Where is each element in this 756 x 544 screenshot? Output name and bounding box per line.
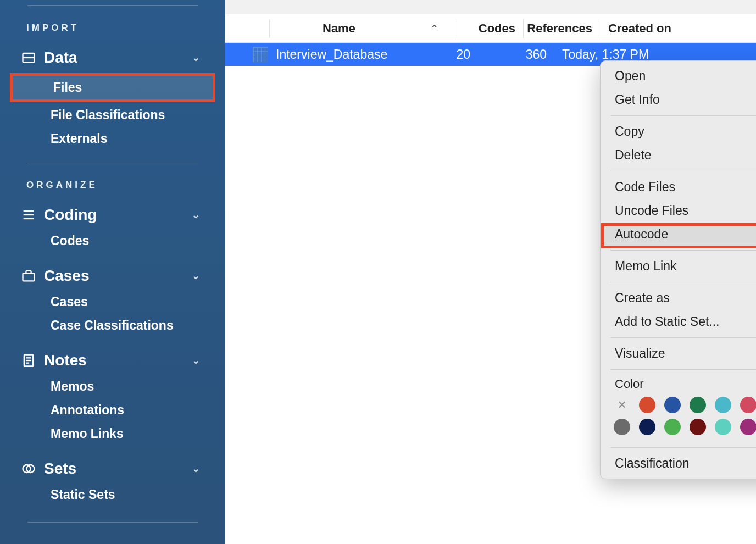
section-label-import: IMPORT [0,6,225,43]
color-swatch[interactable] [664,397,681,413]
cases-icon [21,268,44,284]
menu-get-info[interactable]: Get Info [601,88,756,112]
svg-rect-5 [23,273,35,281]
color-swatches: × [601,393,756,443]
dataset-icon [253,47,268,62]
sidebar: IMPORT Data ⌄ Files File Classifications… [0,0,225,544]
sidebar-divider [27,522,198,523]
menu-copy[interactable]: Copy [601,120,756,143]
nav-item-memos[interactable]: Memos [0,375,225,398]
menu-separator [610,447,756,448]
menu-autocode[interactable]: Autocode› [601,223,756,246]
color-none[interactable]: × [614,396,630,413]
color-swatch[interactable] [690,397,706,413]
nav-item-memo-links[interactable]: Memo Links [0,422,225,446]
row-name-text: Interview_Database [276,47,387,62]
menu-classification[interactable]: Classification› [601,452,756,475]
menu-separator [610,115,756,116]
nav-item-cases[interactable]: Cases [0,290,225,314]
menu-separator [610,282,756,282]
nav-item-case-classifications[interactable]: Case Classifications [0,314,225,337]
nav-item-externals[interactable]: Externals [0,127,225,151]
menu-separator [610,369,756,370]
nav-group-label: Notes [44,352,87,369]
color-swatch[interactable] [614,419,630,435]
highlight-files: Files [10,73,215,102]
chevron-down-icon: ⌄ [192,209,200,221]
chevron-down-icon: ⌄ [192,354,200,367]
menu-color-label: Color [601,374,756,393]
menu-open[interactable]: Open [601,64,756,88]
notes-icon [21,353,44,368]
column-header-codes[interactable]: Codes [457,21,523,36]
color-swatch[interactable] [740,397,756,413]
nav-group-label: Cases [44,267,90,285]
nav-group-notes[interactable]: Notes ⌄ [0,346,225,375]
chevron-down-icon: ⌄ [192,463,200,475]
chevron-down-icon: ⌄ [192,270,200,282]
nav-group-label: Sets [44,460,76,478]
row-codes: 20 [412,47,478,62]
nav-item-file-classifications[interactable]: File Classifications [0,103,225,127]
nav-group-sets[interactable]: Sets ⌄ [0,454,225,483]
column-header-created[interactable]: Created on [598,21,756,36]
nav-group-cases[interactable]: Cases ⌄ [0,262,225,290]
nav-group-label: Coding [44,206,97,224]
color-swatch[interactable] [690,419,706,435]
row-refs: 360 [478,47,552,62]
menu-separator [610,250,756,251]
menu-code-files[interactable]: Code Files› [601,175,756,199]
nav-item-static-sets[interactable]: Static Sets [0,483,225,507]
section-label-organize: ORGANIZE [0,163,225,201]
column-header-name[interactable]: Name ⌃ [270,21,457,36]
color-swatch[interactable] [715,397,731,413]
menu-visualize[interactable]: Visualize› [601,342,756,365]
nav-item-codes[interactable]: Codes [0,229,225,253]
row-created: Today, 1:37 PM [552,47,756,62]
nav-group-label: Data [44,49,77,66]
context-menu: Open Get Info Copy Delete Code Files› Un… [600,60,756,479]
nav-group-coding[interactable]: Coding ⌄ [0,201,225,229]
nav-item-files[interactable]: Files [13,76,213,99]
menu-separator [610,337,756,338]
menu-delete[interactable]: Delete [601,143,756,167]
color-swatch[interactable] [639,397,655,413]
menu-memo-link[interactable]: Memo Link› [601,254,756,278]
color-swatch[interactable] [664,419,681,435]
sort-asc-icon: ⌃ [431,23,438,34]
color-swatch[interactable] [639,419,655,435]
chevron-down-icon: ⌄ [192,52,200,64]
nav-group-data[interactable]: Data ⌄ [0,43,225,72]
table-header: Name ⌃ Codes References Created on [225,14,756,43]
menu-create-as[interactable]: Create as› [601,286,756,310]
menu-separator [610,171,756,171]
nav-item-annotations[interactable]: Annotations [0,398,225,422]
data-icon [21,50,44,65]
main-pane: Name ⌃ Codes References Created on Inter… [225,0,756,544]
menu-add-static-set[interactable]: Add to Static Set... [601,310,756,334]
sets-icon [21,461,44,476]
coding-icon [21,207,44,223]
column-header-references[interactable]: References [524,21,598,36]
color-swatch[interactable] [740,419,756,435]
color-swatch[interactable] [715,419,731,435]
top-strip [225,0,756,14]
menu-uncode-files[interactable]: Uncode Files› [601,199,756,223]
